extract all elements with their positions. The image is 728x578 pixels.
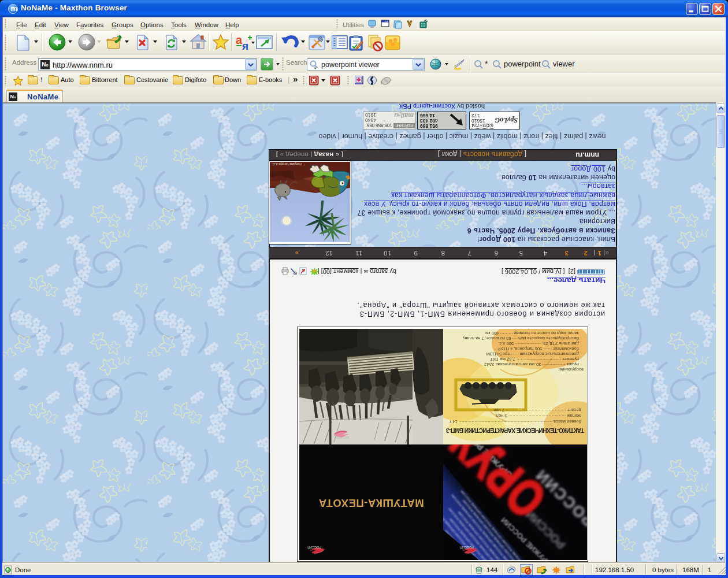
svg-text:пулемет ······················: пулемет ······························· … [489, 357, 578, 362]
svg-text:десант ·······················: десант ·································… [492, 407, 581, 413]
svg-text:РОССИЯ: РОССИЯ [307, 546, 321, 549]
svg-text:РОССИЯ: РОССИЯ [460, 546, 474, 549]
svg-text:боевая масса ·················: боевая масса ···························… [449, 419, 581, 424]
svg-text:двигатель УТД-29, ············: двигатель УТД-29, ·················· 500… [498, 341, 579, 346]
svg-text:вооружение:: вооружение: [558, 367, 584, 372]
svg-text:РОССИЯ: РОССИЯ [336, 436, 349, 439]
svg-text:экипаж ·······················: экипаж ·································… [495, 413, 581, 418]
svg-text:пушка ················ 30-мм а: пушка ················ 30-мм автоматичес… [484, 362, 578, 367]
svg-text:Рисунок Читрук А.С.: Рисунок Читрук А.С. [271, 162, 301, 166]
svg-text:боекомплект ······ 500 патроно: боекомплект ······ 500 патронов, 4 ПТУР [497, 346, 579, 351]
svg-text:я: я [242, 40, 248, 52]
svg-text:ТАКТИКО-ТЕХНИЧЕСКИЕ ХАРАКТЕРИС: ТАКТИКО-ТЕХНИЧЕСКИЕ ХАРАКТЕРИСТИКИ БМП-3 [445, 427, 584, 434]
svg-text:быстроходность скорость км/ч ·: быстроходность скорость км/ч ··· 65 по ш… [462, 336, 578, 341]
svg-text:запас хода по шоссе по топливу: запас хода по шоссе по топливу ·········… [485, 331, 579, 336]
svg-text:дополнительные вооружения ····: дополнительные вооружения ···· птрк 9К11… [486, 351, 578, 357]
